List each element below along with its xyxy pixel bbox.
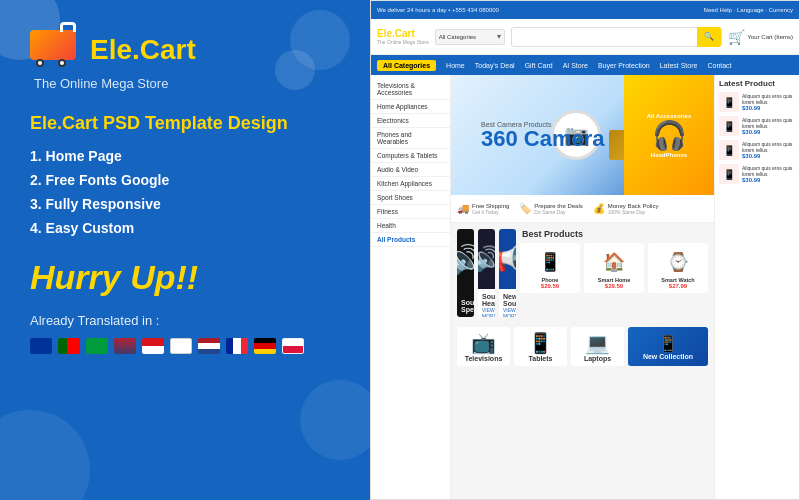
store-logo-part2: Cart (395, 28, 415, 39)
feature-item-4: 4. Easy Custom (30, 220, 340, 236)
cart-label: Your Cart (Items) (748, 34, 793, 40)
category-dropdown[interactable]: All Categories ▾ (435, 29, 505, 45)
store-sidebar: Televisions & Accessories Home Appliance… (371, 75, 451, 500)
search-bar[interactable]: 🔍 (511, 27, 722, 47)
shipping-icon: 🚚 (457, 203, 469, 214)
flag-pt (58, 338, 80, 354)
speaker-image: 🔊 (457, 229, 474, 289)
flag-eu (30, 338, 52, 354)
cat-audio[interactable]: Audio & Video (371, 163, 450, 177)
nav-protection[interactable]: Buyer Protection (598, 62, 650, 69)
nav-ai[interactable]: AI Store (563, 62, 588, 69)
cat-kitchen[interactable]: Kitchen Appliances (371, 177, 450, 191)
nav-latest[interactable]: Latest Store (660, 62, 698, 69)
headphones-image-area: 🔊 (478, 229, 495, 289)
rp-name-1: Aliquam quis eros quis lorem tellus (742, 93, 795, 105)
soundbar-info: New Soundbar VIEW MORE (499, 289, 516, 317)
search-icon: 🔍 (704, 32, 714, 41)
soundbar-link[interactable]: VIEW MORE (503, 307, 512, 317)
rp-img-2: 📱 (719, 116, 739, 136)
tablet-image: 📱 (518, 331, 563, 355)
cat-tablets-card[interactable]: 📱 Tablets (514, 327, 567, 366)
feature-item-2: 2. Free Fonts Google (30, 172, 340, 188)
right-product-3[interactable]: 📱 Aliquam quis eros quis lorem tellus $3… (719, 140, 795, 160)
feat-shipping-title: Free Shipping (472, 203, 509, 209)
right-products-panel: Latest Product 📱 Aliquam quis eros quis … (714, 75, 799, 500)
best-products-grid: 📱 Phone $29.59 🏠 Smart Home $29.59 ⌚ Sma… (520, 243, 708, 293)
cart-wheel-left (36, 59, 44, 67)
phone-image: 📱 (524, 247, 576, 277)
deals-icon: 🏷️ (519, 203, 531, 214)
right-product-4[interactable]: 📱 Aliquam quis eros quis lorem tellus $3… (719, 164, 795, 184)
logo-text: Ele.Cart (90, 34, 196, 66)
store-logo-part1: Ele. (377, 28, 395, 39)
flag-fr (226, 338, 248, 354)
headphones-link[interactable]: VIEW MORE (482, 307, 491, 317)
sound-speaker-card[interactable]: 🔊 Sound Speaker (457, 229, 474, 317)
hurry-text: Hurry Up!! (30, 258, 340, 297)
flag-pl (282, 338, 304, 354)
right-product-1[interactable]: 📱 Aliquam quis eros quis lorem tellus $3… (719, 92, 795, 112)
store-cart[interactable]: 🛒 Your Cart (Items) (728, 29, 793, 45)
feat-shipping: 🚚 Free Shipping Get it Today (457, 203, 509, 215)
cart-body (30, 30, 76, 60)
watch-image: ⌚ (652, 247, 704, 277)
new-collection-banner[interactable]: 📱 New Collection (628, 327, 708, 366)
logo-part2: Cart (140, 34, 196, 65)
soundbar-emoji: 📢 (499, 245, 516, 273)
search-button[interactable]: 🔍 (697, 27, 721, 47)
decor-circle-tr2 (275, 50, 315, 90)
hero-banner: Best Camera Products 360 Camera 📷 All Ac… (451, 75, 714, 195)
cat-computers[interactable]: Computers & Tablets (371, 149, 450, 163)
cat-health[interactable]: Health (371, 219, 450, 233)
right-product-2[interactable]: 📱 Aliquam quis eros quis lorem tellus $3… (719, 116, 795, 136)
phone-price: $29.59 (524, 283, 576, 289)
rp-price-3: $30.99 (742, 153, 795, 159)
cat-televisions[interactable]: Televisions & Accessories (371, 79, 450, 100)
feat-shipping-sub: Get it Today (472, 209, 509, 215)
headphones-name: Sound Headphones (482, 293, 491, 307)
rp-name-4: Aliquam quis eros quis lorem tellus (742, 165, 795, 177)
nav-contact[interactable]: Contact (707, 62, 731, 69)
cat-electronics[interactable]: Electronics (371, 114, 450, 128)
hero-text-block: Best Camera Products 360 Camera (461, 121, 605, 150)
translated-label: Already Translated in : (30, 313, 340, 328)
cat-laptops-card[interactable]: 💻 Laptops (571, 327, 624, 366)
rp-info-1: Aliquam quis eros quis lorem tellus $30.… (742, 93, 795, 111)
laptop-name: Laptops (575, 355, 620, 362)
nav-deals[interactable]: Today's Deal (475, 62, 515, 69)
nav-gift[interactable]: Gift Card (525, 62, 553, 69)
tv-name: Televisions (461, 355, 506, 362)
product-watch[interactable]: ⌚ Smart Watch $27.99 (648, 243, 708, 293)
new-collection-label: New Collection (643, 353, 693, 360)
cat-phones[interactable]: Phones and Wearables (371, 128, 450, 149)
headphones-emoji: 🔊 (478, 245, 495, 273)
product-smarthome[interactable]: 🏠 Smart Home $29.59 (584, 243, 644, 293)
rp-info-4: Aliquam quis eros quis lorem tellus $30.… (742, 165, 795, 183)
cat-sport[interactable]: Sport Shoes (371, 191, 450, 205)
flag-cz (142, 338, 164, 354)
cat-all[interactable]: All Products (371, 233, 450, 247)
nav-home[interactable]: Home (446, 62, 465, 69)
soundbar-card[interactable]: 📢 New Soundbar VIEW MORE (499, 229, 516, 317)
feat-deals-sub: Do Same Day (534, 209, 582, 215)
product-phone[interactable]: 📱 Phone $29.59 (520, 243, 580, 293)
rp-info-2: Aliquam quis eros quis lorem tellus $30.… (742, 117, 795, 135)
search-input[interactable] (512, 28, 697, 46)
smarthome-price: $29.59 (588, 283, 640, 289)
headphones-card[interactable]: 🔊 Sound Headphones VIEW MORE (478, 229, 495, 317)
store-main-content: Best Camera Products 360 Camera 📷 All Ac… (451, 75, 714, 500)
flag-nl (198, 338, 220, 354)
rp-img-1: 📱 (719, 92, 739, 112)
rp-info-3: Aliquam quis eros quis lorem tellus $30.… (742, 141, 795, 159)
store-logo: Ele.Cart The Online Mega Store (377, 28, 429, 45)
cat-appliances[interactable]: Home Appliances (371, 100, 450, 114)
cart-logo-icon (30, 30, 80, 70)
cat-fitness[interactable]: Fitness (371, 205, 450, 219)
feat-deals-title: Prepare the Deals (534, 203, 582, 209)
flags-row (30, 338, 340, 354)
headphones-info: Sound Headphones VIEW MORE (478, 289, 495, 317)
nav-categories-btn[interactable]: All Categories (377, 60, 436, 71)
decor-circle-br (300, 380, 370, 460)
cat-televisions-card[interactable]: 📺 Televisions (457, 327, 510, 366)
